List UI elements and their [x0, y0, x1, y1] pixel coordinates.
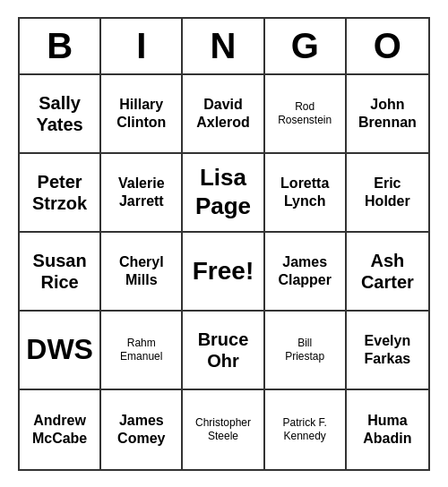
bingo-cell: SallyYates: [20, 75, 101, 154]
header-letter: G: [265, 19, 347, 73]
cell-text: SusanRice: [33, 250, 87, 293]
cell-text: LorettaLynch: [280, 175, 329, 209]
bingo-cell: CherylMills: [101, 233, 183, 312]
cell-text: JamesClapper: [278, 253, 332, 287]
bingo-cell: LisaPage: [183, 154, 264, 233]
cell-text: EricHolder: [365, 175, 410, 209]
bingo-cell: BruceOhr: [183, 312, 264, 390]
cell-text: AshCarter: [361, 250, 414, 293]
bingo-cell: DavidAxlerod: [183, 75, 264, 154]
bingo-cell: SusanRice: [20, 233, 101, 312]
bingo-cell: RahmEmanuel: [101, 312, 183, 390]
cell-text: AndrewMcCabe: [32, 412, 87, 446]
bingo-cell: ValerieJarrett: [101, 154, 183, 233]
cell-text: LisaPage: [195, 164, 251, 219]
header-letter: B: [20, 19, 101, 73]
cell-text: CherylMills: [119, 253, 164, 287]
cell-text: RahmEmanuel: [120, 337, 162, 363]
cell-text: HillaryClinton: [116, 96, 166, 130]
bingo-cell: HumaAbadin: [347, 390, 428, 469]
header-letter: O: [347, 19, 428, 73]
bingo-cell: EvelynFarkas: [347, 312, 428, 390]
bingo-cell: HillaryClinton: [101, 75, 183, 154]
bingo-cell: DWS: [20, 312, 101, 390]
bingo-cell: RodRosenstein: [265, 75, 347, 154]
cell-text: RodRosenstein: [278, 100, 332, 126]
header-letter: I: [101, 19, 183, 73]
cell-text: ChristopherSteele: [195, 416, 251, 442]
cell-text: BillPriestap: [285, 337, 324, 363]
cell-text: EvelynFarkas: [365, 332, 411, 366]
bingo-cell: AndrewMcCabe: [20, 390, 101, 469]
cell-text: DavidAxlerod: [196, 96, 250, 130]
bingo-cell: Free!: [183, 233, 264, 312]
cell-text: BruceOhr: [198, 329, 249, 372]
bingo-cell: BillPriestap: [265, 312, 347, 390]
bingo-cell: LorettaLynch: [265, 154, 347, 233]
bingo-cell: PeterStrzok: [20, 154, 101, 233]
cell-text: Patrick F.Kennedy: [283, 416, 327, 442]
cell-text: Free!: [193, 256, 254, 286]
cell-text: JamesComey: [117, 412, 165, 446]
bingo-cell: JohnBrennan: [347, 75, 428, 154]
bingo-cell: Patrick F.Kennedy: [265, 390, 347, 469]
bingo-cell: AshCarter: [347, 233, 428, 312]
cell-text: JohnBrennan: [358, 96, 417, 130]
cell-text: PeterStrzok: [32, 171, 87, 214]
cell-text: DWS: [26, 332, 93, 366]
cell-text: ValerieJarrett: [118, 175, 165, 209]
bingo-cell: ChristopherSteele: [183, 390, 264, 469]
bingo-cell: JamesClapper: [265, 233, 347, 312]
header-letter: N: [183, 19, 264, 73]
bingo-header: BINGO: [20, 19, 428, 75]
bingo-cell: JamesComey: [101, 390, 183, 469]
bingo-grid: SallyYatesHillaryClintonDavidAxlerodRodR…: [20, 75, 428, 469]
cell-text: HumaAbadin: [363, 412, 411, 446]
cell-text: SallyYates: [36, 92, 82, 135]
bingo-cell: EricHolder: [347, 154, 428, 233]
bingo-card: BINGO SallyYatesHillaryClintonDavidAxler…: [18, 17, 430, 471]
